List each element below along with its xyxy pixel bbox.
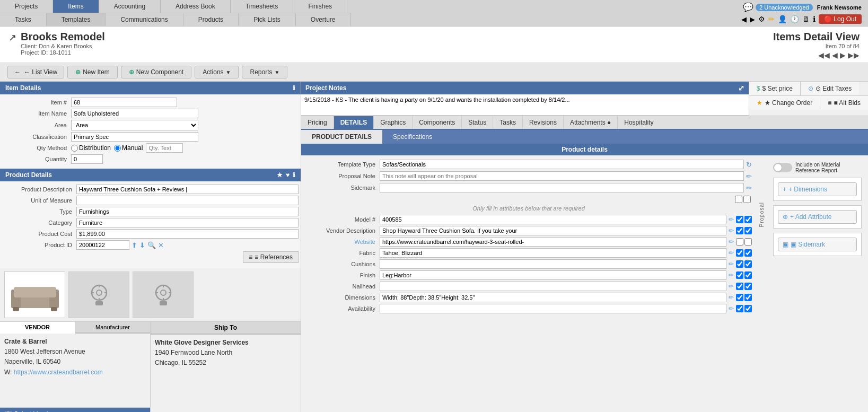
tab-attachments[interactable]: Attachments ●: [564, 116, 618, 129]
sidemark-button[interactable]: ▣▣ Sidemark: [778, 238, 857, 251]
nav-forward-icon[interactable]: ▶: [750, 15, 755, 23]
distribution-radio[interactable]: [71, 145, 78, 152]
edit-icon[interactable]: ✏: [768, 15, 775, 23]
nav-tab-overture[interactable]: Overture: [296, 13, 351, 26]
product-cost-input[interactable]: [76, 229, 299, 239]
tab-details[interactable]: DETAILS: [334, 116, 374, 129]
website-input[interactable]: [380, 237, 726, 247]
notifications-badge[interactable]: 💬 2 Unacknowledged: [743, 2, 813, 12]
template-type-refresh-icon[interactable]: ↻: [746, 161, 752, 169]
nav-tab-accounting[interactable]: Accounting: [99, 0, 161, 13]
finish-edit-icon[interactable]: ✏: [729, 271, 734, 279]
type-input[interactable]: [76, 207, 299, 216]
nav-tab-communications[interactable]: Communications: [106, 13, 183, 26]
alt-bids-button[interactable]: ■■ Alt Bids: [820, 96, 868, 110]
reports-dropdown[interactable]: Reports▼: [242, 66, 287, 78]
distribution-radio-label[interactable]: Distribution: [71, 144, 111, 152]
nav-tab-templates[interactable]: Templates: [47, 13, 106, 26]
area-select[interactable]: Area: [71, 120, 198, 130]
website-edit-icon[interactable]: ✏: [729, 238, 734, 246]
manufacturer-tab[interactable]: Manufacturer: [75, 322, 150, 334]
set-price-button[interactable]: $$ Set price: [749, 82, 801, 95]
product-desc-input[interactable]: [76, 185, 299, 194]
product-id-download-icon[interactable]: ⬇: [139, 241, 145, 249]
tab-components[interactable]: Components: [413, 116, 462, 129]
website-check2[interactable]: [744, 238, 752, 246]
nav-tab-products[interactable]: Products: [183, 13, 239, 26]
vendor-desc-check1[interactable]: [736, 227, 743, 234]
nailhead-edit-icon[interactable]: ✏: [729, 283, 734, 290]
new-component-button[interactable]: ⊕New Component: [121, 66, 191, 78]
finish-input[interactable]: [380, 270, 726, 280]
model-edit-icon[interactable]: ✏: [729, 216, 734, 223]
product-details-info-icon[interactable]: ℹ: [293, 171, 295, 179]
product-image-3[interactable]: [133, 271, 194, 318]
nav-tab-projects[interactable]: Projects: [0, 0, 53, 13]
user-icon[interactable]: 👤: [778, 15, 787, 23]
product-image-1[interactable]: [4, 271, 65, 318]
item-name-input[interactable]: [71, 109, 198, 118]
include-report-toggle[interactable]: Include on Material Reference Report: [773, 162, 862, 173]
info-icon[interactable]: ℹ: [813, 15, 816, 23]
logout-button[interactable]: 🔴Log Out: [819, 14, 862, 24]
quantity-input[interactable]: [71, 154, 103, 164]
classification-input[interactable]: [71, 132, 198, 142]
clock-icon[interactable]: 🕐: [790, 15, 799, 23]
qty-text-input[interactable]: [146, 143, 183, 153]
product-image-2[interactable]: [68, 271, 129, 318]
external-link-icon[interactable]: ↗: [8, 32, 16, 43]
vendor-tab[interactable]: VENDOR: [0, 322, 75, 334]
model-input[interactable]: [380, 215, 726, 224]
manual-radio[interactable]: [114, 145, 121, 152]
availability-check1[interactable]: [736, 305, 743, 312]
nav-tab-tasks[interactable]: Tasks: [0, 13, 47, 26]
nav-tab-items[interactable]: Items: [53, 0, 99, 13]
cushions-input[interactable]: [380, 259, 726, 269]
item-details-info-icon[interactable]: ℹ: [293, 84, 295, 92]
product-id-copy-icon[interactable]: ⬆: [131, 241, 137, 249]
tab-graphics[interactable]: Graphics: [374, 116, 413, 129]
product-details-heart-icon[interactable]: ♥: [286, 171, 290, 179]
proposal-note-edit-icon[interactable]: ✏: [746, 172, 752, 180]
references-button[interactable]: ≡≡ References: [243, 251, 299, 263]
finish-check2[interactable]: [744, 271, 752, 279]
prev-arrow[interactable]: ◀: [832, 51, 838, 59]
sidemark-edit-icon[interactable]: ✏: [746, 184, 752, 192]
availability-input[interactable]: [380, 304, 726, 313]
category-input[interactable]: [76, 218, 299, 227]
product-id-input[interactable]: [76, 240, 129, 250]
nailhead-input[interactable]: [380, 282, 726, 291]
new-item-button[interactable]: ⊕Item #New Item: [67, 66, 118, 78]
vendor-desc-check2[interactable]: [744, 227, 752, 234]
select-vendor-button[interactable]: 🏢 Select Vendor ⊖: [0, 407, 150, 412]
settings-icon[interactable]: ⚙: [758, 15, 765, 23]
vendor-desc-edit-icon[interactable]: ✏: [729, 227, 734, 234]
tab-status[interactable]: Status: [462, 116, 493, 129]
item-number-input[interactable]: [71, 98, 177, 107]
col1-header-check[interactable]: [735, 196, 742, 203]
dimensions-input[interactable]: [380, 293, 726, 302]
template-type-input[interactable]: [380, 160, 744, 169]
model-check1[interactable]: [736, 216, 743, 223]
nav-tab-finishes[interactable]: Finishes: [293, 0, 347, 13]
fabric-input[interactable]: [380, 248, 726, 258]
dimensions-edit-icon[interactable]: ✏: [729, 294, 734, 301]
fabric-check1[interactable]: [736, 249, 743, 257]
unit-of-measure-input[interactable]: [76, 196, 299, 205]
nailhead-check1[interactable]: [736, 283, 743, 290]
proposal-note-input[interactable]: [380, 171, 744, 181]
dimensions-check2[interactable]: [744, 294, 752, 301]
col2-header-check[interactable]: [743, 196, 751, 203]
product-id-search-icon[interactable]: 🔍: [147, 241, 156, 249]
vendor-desc-input[interactable]: [380, 226, 726, 235]
availability-edit-icon[interactable]: ✏: [729, 305, 734, 312]
next-arrow[interactable]: ▶: [840, 51, 846, 59]
dimensions-button[interactable]: ++ Dimensions: [778, 182, 857, 196]
nav-back-icon[interactable]: ◀: [741, 15, 747, 23]
website-check1[interactable]: [736, 238, 743, 246]
tab-revisions[interactable]: Revisions: [523, 116, 564, 129]
tab-tasks[interactable]: Tasks: [493, 116, 523, 129]
nav-tab-timesheets[interactable]: Timesheets: [231, 0, 294, 13]
cushions-edit-icon[interactable]: ✏: [729, 260, 734, 268]
next-next-arrow[interactable]: ▶▶: [848, 51, 860, 59]
